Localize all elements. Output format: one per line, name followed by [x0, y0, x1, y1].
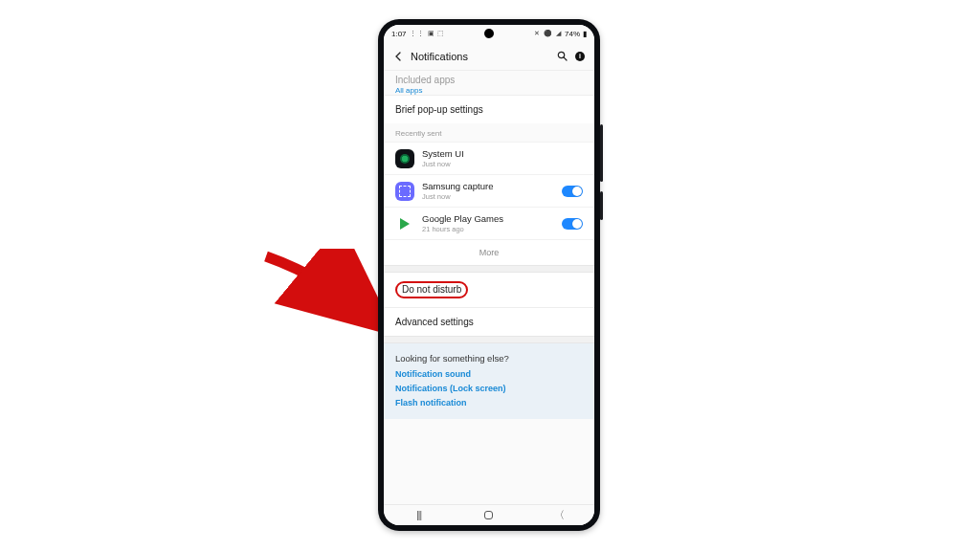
included-apps-sub: All apps	[395, 86, 583, 95]
link-notification-sound[interactable]: Notification sound	[395, 369, 583, 379]
samsung-capture-icon	[395, 182, 414, 201]
app-row-system-ui[interactable]: System UI Just now	[384, 142, 594, 174]
app-sub: Just now	[422, 160, 583, 168]
section-divider	[384, 265, 594, 273]
app-header: Notifications i	[384, 42, 594, 71]
toggle-samsung-capture[interactable]	[562, 186, 583, 197]
included-apps-row[interactable]: Included apps All apps	[384, 71, 594, 95]
phone-frame: 1:07 ⋮⋮ ▣ ⬚ ✕ ⚫ ◢ 74% ▮ Notifications	[378, 19, 600, 531]
volume-button	[600, 124, 603, 182]
app-name: System UI	[422, 148, 583, 159]
footer-title: Looking for something else?	[395, 353, 583, 364]
brief-popup-row[interactable]: Brief pop-up settings	[384, 95, 594, 123]
app-name: Google Play Games	[422, 213, 562, 224]
google-play-games-icon	[395, 214, 414, 233]
link-notifications-lock-screen[interactable]: Notifications (Lock screen)	[395, 384, 583, 393]
search-icon[interactable]	[557, 51, 568, 61]
page-title: Notifications	[411, 51, 557, 62]
status-right-icons: ✕ ⚫ ◢	[534, 30, 562, 37]
toggle-google-play-games[interactable]	[562, 218, 583, 230]
app-sub: 21 hours ago	[422, 225, 562, 233]
do-not-disturb-row[interactable]: Do not disturb	[384, 273, 594, 307]
app-name: Samsung capture	[422, 181, 562, 191]
camera-notch	[484, 29, 494, 38]
svg-line-1	[564, 57, 567, 60]
more-button[interactable]: More	[384, 239, 594, 265]
status-battery: 74%	[565, 30, 580, 38]
svg-point-0	[558, 52, 564, 57]
system-ui-icon	[395, 149, 414, 168]
footer-block: Looking for something else? Notification…	[384, 343, 594, 419]
status-time: 1:07	[391, 30, 407, 38]
annotation-arrow	[258, 249, 392, 335]
info-icon[interactable]: i	[575, 52, 585, 61]
included-apps-label: Included apps	[395, 75, 583, 85]
section-divider	[384, 336, 594, 343]
advanced-settings-row[interactable]: Advanced settings	[384, 307, 594, 336]
nav-recents[interactable]: |||	[400, 510, 438, 520]
nav-home[interactable]	[470, 511, 508, 519]
dnd-highlight: Do not disturb	[395, 281, 468, 298]
app-sub: Just now	[422, 192, 562, 201]
link-flash-notification[interactable]: Flash notification	[395, 398, 583, 408]
back-icon[interactable]	[393, 52, 407, 61]
app-row-samsung-capture[interactable]: Samsung capture Just now	[384, 174, 594, 207]
app-row-google-play-games[interactable]: Google Play Games 21 hours ago	[384, 207, 594, 239]
battery-icon: ▮	[583, 30, 587, 38]
power-button	[600, 191, 603, 220]
recently-sent-label: Recently sent	[384, 123, 594, 142]
android-nav-bar: ||| 〈	[384, 504, 594, 525]
status-left-icons: ⋮⋮ ▣ ⬚	[410, 30, 446, 37]
nav-back[interactable]: 〈	[540, 508, 578, 522]
settings-content[interactable]: Included apps All apps Brief pop-up sett…	[384, 71, 594, 504]
